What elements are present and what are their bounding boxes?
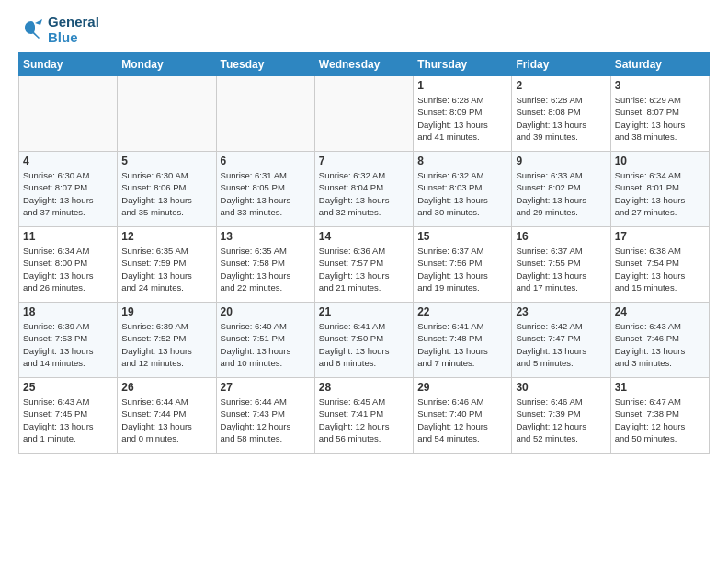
day-number: 29 — [417, 381, 507, 394]
day-number: 8 — [417, 155, 507, 167]
day-number: 21 — [319, 305, 409, 318]
calendar-cell — [216, 76, 314, 152]
calendar-table: SundayMondayTuesdayWednesdayThursdayFrid… — [18, 52, 710, 454]
day-info: Sunrise: 6:38 AM Sunset: 7:54 PM Dayligh… — [615, 245, 705, 293]
weekday-header-wednesday: Wednesday — [314, 53, 413, 76]
calendar-cell: 12Sunrise: 6:35 AM Sunset: 7:59 PM Dayli… — [118, 227, 216, 303]
day-number: 25 — [23, 381, 113, 394]
calendar-week-4: 18Sunrise: 6:39 AM Sunset: 7:53 PM Dayli… — [19, 303, 710, 378]
day-info: Sunrise: 6:36 AM Sunset: 7:57 PM Dayligh… — [319, 245, 409, 293]
day-number: 15 — [417, 230, 507, 243]
calendar-cell: 15Sunrise: 6:37 AM Sunset: 7:56 PM Dayli… — [414, 227, 512, 303]
day-info: Sunrise: 6:28 AM Sunset: 8:09 PM Dayligh… — [417, 94, 507, 143]
day-number: 7 — [319, 155, 409, 167]
day-number: 26 — [121, 381, 211, 394]
day-info: Sunrise: 6:28 AM Sunset: 8:08 PM Dayligh… — [516, 94, 606, 143]
day-info: Sunrise: 6:31 AM Sunset: 8:05 PM Dayligh… — [221, 169, 311, 218]
day-info: Sunrise: 6:41 AM Sunset: 7:50 PM Dayligh… — [319, 320, 409, 369]
day-info: Sunrise: 6:35 AM Sunset: 7:58 PM Dayligh… — [221, 245, 311, 293]
day-number: 10 — [615, 155, 705, 167]
calendar-cell: 3Sunrise: 6:29 AM Sunset: 8:07 PM Daylig… — [610, 76, 709, 152]
day-number: 16 — [516, 230, 606, 243]
day-number: 17 — [615, 230, 705, 243]
calendar-cell: 20Sunrise: 6:40 AM Sunset: 7:51 PM Dayli… — [216, 303, 314, 378]
calendar-cell: 17Sunrise: 6:38 AM Sunset: 7:54 PM Dayli… — [610, 227, 709, 303]
day-number: 4 — [23, 155, 113, 167]
day-info: Sunrise: 6:43 AM Sunset: 7:45 PM Dayligh… — [23, 396, 113, 444]
calendar-cell: 6Sunrise: 6:31 AM Sunset: 8:05 PM Daylig… — [216, 152, 314, 227]
day-number: 12 — [121, 230, 211, 243]
day-number: 6 — [221, 155, 311, 167]
day-info: Sunrise: 6:33 AM Sunset: 8:02 PM Dayligh… — [516, 169, 606, 218]
calendar-cell: 7Sunrise: 6:32 AM Sunset: 8:04 PM Daylig… — [314, 152, 413, 227]
day-number: 14 — [319, 230, 409, 243]
day-number: 13 — [221, 230, 311, 243]
calendar-cell: 2Sunrise: 6:28 AM Sunset: 8:08 PM Daylig… — [512, 76, 610, 152]
day-info: Sunrise: 6:37 AM Sunset: 7:56 PM Dayligh… — [417, 245, 507, 293]
day-info: Sunrise: 6:32 AM Sunset: 8:04 PM Dayligh… — [319, 169, 409, 218]
calendar-cell: 9Sunrise: 6:33 AM Sunset: 8:02 PM Daylig… — [512, 152, 610, 227]
weekday-header-thursday: Thursday — [414, 53, 512, 76]
calendar-cell: 8Sunrise: 6:32 AM Sunset: 8:03 PM Daylig… — [414, 152, 512, 227]
day-number: 24 — [615, 305, 705, 318]
day-number: 2 — [516, 79, 606, 92]
calendar-cell: 4Sunrise: 6:30 AM Sunset: 8:07 PM Daylig… — [19, 152, 118, 227]
calendar-page: General Blue SundayMondayTuesdayWednesda… — [0, 0, 728, 563]
weekday-header-friday: Friday — [512, 53, 610, 76]
day-number: 22 — [417, 305, 507, 318]
day-info: Sunrise: 6:44 AM Sunset: 7:44 PM Dayligh… — [121, 396, 211, 444]
day-info: Sunrise: 6:46 AM Sunset: 7:39 PM Dayligh… — [516, 396, 606, 444]
day-number: 1 — [417, 79, 507, 92]
day-number: 27 — [221, 381, 311, 394]
day-info: Sunrise: 6:41 AM Sunset: 7:48 PM Dayligh… — [417, 320, 507, 369]
weekday-header-monday: Monday — [118, 53, 216, 76]
day-number: 31 — [615, 381, 705, 394]
day-info: Sunrise: 6:39 AM Sunset: 7:52 PM Dayligh… — [121, 320, 211, 369]
header: General Blue — [18, 15, 710, 45]
weekday-header-saturday: Saturday — [610, 53, 709, 76]
day-info: Sunrise: 6:30 AM Sunset: 8:07 PM Dayligh… — [23, 169, 113, 218]
day-info: Sunrise: 6:34 AM Sunset: 8:00 PM Dayligh… — [23, 245, 113, 293]
day-number: 9 — [516, 155, 606, 167]
day-info: Sunrise: 6:40 AM Sunset: 7:51 PM Dayligh… — [221, 320, 311, 369]
day-info: Sunrise: 6:29 AM Sunset: 8:07 PM Dayligh… — [615, 94, 705, 143]
calendar-cell: 24Sunrise: 6:43 AM Sunset: 7:46 PM Dayli… — [610, 303, 709, 378]
calendar-cell: 19Sunrise: 6:39 AM Sunset: 7:52 PM Dayli… — [118, 303, 216, 378]
calendar-cell: 11Sunrise: 6:34 AM Sunset: 8:00 PM Dayli… — [19, 227, 118, 303]
logo-icon — [18, 17, 44, 43]
calendar-cell: 1Sunrise: 6:28 AM Sunset: 8:09 PM Daylig… — [414, 76, 512, 152]
calendar-cell — [314, 76, 413, 152]
day-info: Sunrise: 6:30 AM Sunset: 8:06 PM Dayligh… — [121, 169, 211, 218]
day-info: Sunrise: 6:43 AM Sunset: 7:46 PM Dayligh… — [615, 320, 705, 369]
calendar-cell: 16Sunrise: 6:37 AM Sunset: 7:55 PM Dayli… — [512, 227, 610, 303]
weekday-header-tuesday: Tuesday — [216, 53, 314, 76]
day-number: 28 — [319, 381, 409, 394]
day-number: 3 — [615, 79, 705, 92]
day-info: Sunrise: 6:46 AM Sunset: 7:40 PM Dayligh… — [417, 396, 507, 444]
calendar-cell: 28Sunrise: 6:45 AM Sunset: 7:41 PM Dayli… — [314, 378, 413, 454]
calendar-week-1: 1Sunrise: 6:28 AM Sunset: 8:09 PM Daylig… — [19, 76, 710, 152]
calendar-cell: 29Sunrise: 6:46 AM Sunset: 7:40 PM Dayli… — [414, 378, 512, 454]
calendar-cell — [118, 76, 216, 152]
calendar-cell: 26Sunrise: 6:44 AM Sunset: 7:44 PM Dayli… — [118, 378, 216, 454]
day-info: Sunrise: 6:42 AM Sunset: 7:47 PM Dayligh… — [516, 320, 606, 369]
calendar-cell — [19, 76, 118, 152]
calendar-cell: 10Sunrise: 6:34 AM Sunset: 8:01 PM Dayli… — [610, 152, 709, 227]
day-info: Sunrise: 6:34 AM Sunset: 8:01 PM Dayligh… — [615, 169, 705, 218]
calendar-cell: 18Sunrise: 6:39 AM Sunset: 7:53 PM Dayli… — [19, 303, 118, 378]
day-number: 5 — [121, 155, 211, 167]
day-info: Sunrise: 6:44 AM Sunset: 7:43 PM Dayligh… — [221, 396, 311, 444]
day-number: 20 — [221, 305, 311, 318]
day-info: Sunrise: 6:37 AM Sunset: 7:55 PM Dayligh… — [516, 245, 606, 293]
calendar-cell: 23Sunrise: 6:42 AM Sunset: 7:47 PM Dayli… — [512, 303, 610, 378]
day-number: 18 — [23, 305, 113, 318]
calendar-cell: 22Sunrise: 6:41 AM Sunset: 7:48 PM Dayli… — [414, 303, 512, 378]
calendar-week-2: 4Sunrise: 6:30 AM Sunset: 8:07 PM Daylig… — [19, 152, 710, 227]
weekday-header-sunday: Sunday — [19, 53, 118, 76]
calendar-cell: 25Sunrise: 6:43 AM Sunset: 7:45 PM Dayli… — [19, 378, 118, 454]
calendar-cell: 5Sunrise: 6:30 AM Sunset: 8:06 PM Daylig… — [118, 152, 216, 227]
day-info: Sunrise: 6:45 AM Sunset: 7:41 PM Dayligh… — [319, 396, 409, 444]
day-number: 19 — [121, 305, 211, 318]
calendar-week-3: 11Sunrise: 6:34 AM Sunset: 8:00 PM Dayli… — [19, 227, 710, 303]
svg-point-0 — [26, 22, 35, 33]
